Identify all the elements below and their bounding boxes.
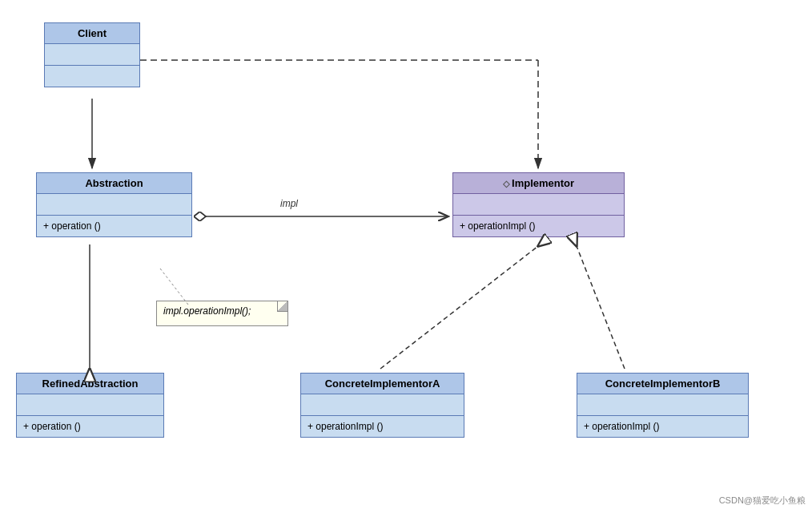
concrete-impl-a-section1	[301, 394, 464, 416]
client-section1	[45, 44, 139, 66]
implementor-section1	[453, 194, 624, 216]
impl-label: impl	[280, 198, 298, 209]
note-box: impl.operationImpl();	[156, 301, 288, 326]
concrete-impl-a-name: ConcreteImplementorA	[301, 374, 464, 394]
abstraction-operation: + operation ()	[37, 216, 191, 236]
client-section2	[45, 66, 139, 87]
svg-line-8	[380, 246, 538, 369]
abstraction-class-name: Abstraction	[37, 173, 191, 194]
abstraction-section1	[37, 194, 191, 216]
implementor-class: ◇ Implementor + operationImpl ()	[452, 172, 625, 237]
client-class: Client	[44, 22, 140, 87]
implementor-name-text: Implementor	[512, 177, 574, 189]
client-class-name: Client	[45, 23, 139, 44]
concrete-impl-a-operation: + operationImpl ()	[301, 416, 464, 437]
svg-line-10	[160, 269, 188, 305]
refined-abstraction-operation: + operation ()	[17, 416, 163, 437]
refined-abstraction-name: RefinedAbstraction	[17, 374, 163, 394]
uml-diagram: Client Abstraction + operation () ◇ Impl…	[0, 0, 812, 513]
svg-line-9	[577, 246, 625, 369]
interface-marker: ◇	[503, 179, 512, 188]
concrete-impl-b-operation: + operationImpl ()	[577, 416, 748, 437]
concrete-impl-b-class: ConcreteImplementorB + operationImpl ()	[577, 373, 749, 438]
refined-abstraction-class: RefinedAbstraction + operation ()	[16, 373, 164, 438]
watermark: CSDN@猫爱吃小鱼粮	[719, 495, 806, 507]
concrete-impl-a-class: ConcreteImplementorA + operationImpl ()	[300, 373, 464, 438]
implementor-class-name: ◇ Implementor	[453, 173, 624, 194]
implementor-operation: + operationImpl ()	[453, 216, 624, 236]
refined-abstraction-section1	[17, 394, 163, 416]
note-text: impl.operationImpl();	[163, 305, 251, 317]
concrete-impl-b-name: ConcreteImplementorB	[577, 374, 748, 394]
concrete-impl-b-section1	[577, 394, 748, 416]
abstraction-class: Abstraction + operation ()	[36, 172, 192, 237]
